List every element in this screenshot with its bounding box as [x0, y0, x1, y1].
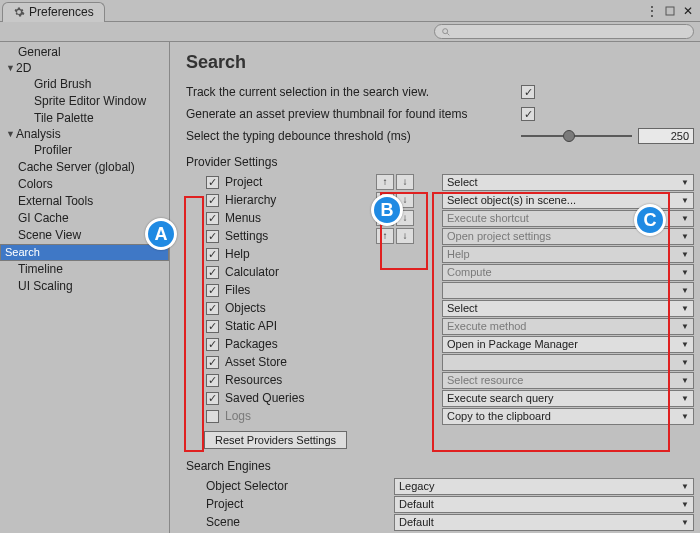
caret-down-icon: ▼: [6, 61, 14, 76]
providers-heading: Provider Settings: [186, 155, 694, 169]
search-input[interactable]: [434, 24, 694, 39]
provider-label: Hierarchy: [225, 193, 276, 207]
provider-action-dropdown[interactable]: Copy to the clipboard▼: [442, 408, 694, 425]
chevron-down-icon: ▼: [681, 500, 689, 509]
provider-checkbox[interactable]: [206, 230, 219, 243]
provider-row: Hierarchy↑↓Select object(s) in scene...▼: [186, 191, 694, 209]
provider-label: Logs: [225, 409, 251, 423]
provider-label: Settings: [225, 229, 268, 243]
chevron-down-icon: ▼: [681, 268, 689, 277]
arrow-up-icon[interactable]: ↑: [376, 228, 394, 244]
provider-row: PackagesOpen in Package Manager▼: [186, 335, 694, 353]
provider-action-dropdown[interactable]: Open project settings▼: [442, 228, 694, 245]
thumb-checkbox[interactable]: [521, 107, 535, 121]
preferences-tab[interactable]: Preferences: [2, 2, 105, 22]
sidebar-item-search[interactable]: Search: [0, 244, 169, 261]
provider-checkbox[interactable]: [206, 266, 219, 279]
arrow-up-icon[interactable]: ↑: [376, 210, 394, 226]
engine-row: SceneDefault▼: [186, 513, 694, 531]
provider-action-dropdown[interactable]: Select▼: [442, 300, 694, 317]
sidebar-item-colors[interactable]: Colors: [0, 176, 169, 193]
sidebar-item-scene-view[interactable]: Scene View: [0, 227, 169, 244]
provider-row: Static APIExecute method▼: [186, 317, 694, 335]
provider-checkbox[interactable]: [206, 176, 219, 189]
provider-action-dropdown[interactable]: Execute search query▼: [442, 390, 694, 407]
debounce-slider[interactable]: [521, 135, 632, 137]
reset-providers-button[interactable]: Reset Providers Settings: [204, 431, 347, 449]
sidebar-item-general[interactable]: General: [0, 44, 169, 61]
engine-dropdown[interactable]: Default▼: [394, 496, 694, 513]
dropdown-value: Copy to the clipboard: [447, 410, 551, 422]
provider-row: LogsCopy to the clipboard▼: [186, 407, 694, 425]
provider-label: Menus: [225, 211, 261, 225]
provider-row: Files▼: [186, 281, 694, 299]
engine-label: Project: [186, 497, 394, 511]
arrow-down-icon[interactable]: ↓: [396, 192, 414, 208]
provider-action-dropdown[interactable]: ▼: [442, 282, 694, 299]
provider-checkbox[interactable]: [206, 338, 219, 351]
provider-label: Saved Queries: [225, 391, 304, 405]
chevron-down-icon: ▼: [681, 286, 689, 295]
chevron-down-icon: ▼: [681, 196, 689, 205]
provider-row: ObjectsSelect▼: [186, 299, 694, 317]
provider-action-dropdown[interactable]: Execute shortcut▼: [442, 210, 694, 227]
debounce-slider-thumb[interactable]: [563, 130, 575, 142]
dropdown-value: Default: [399, 516, 434, 528]
provider-action-dropdown[interactable]: Open in Package Manager▼: [442, 336, 694, 353]
sidebar-item-analysis[interactable]: ▼Analysis: [0, 127, 169, 142]
track-checkbox[interactable]: [521, 85, 535, 99]
dock-icon[interactable]: [664, 5, 676, 17]
svg-line-2: [447, 33, 449, 35]
provider-action-dropdown[interactable]: Compute▼: [442, 264, 694, 281]
provider-checkbox[interactable]: [206, 392, 219, 405]
caret-down-icon: ▼: [6, 127, 14, 142]
provider-label: Packages: [225, 337, 278, 351]
provider-checkbox[interactable]: [206, 410, 219, 423]
provider-checkbox[interactable]: [206, 212, 219, 225]
provider-checkbox[interactable]: [206, 374, 219, 387]
sidebar-item-external-tools[interactable]: External Tools: [0, 193, 169, 210]
sidebar-item-label: Analysis: [16, 127, 61, 142]
provider-checkbox[interactable]: [206, 194, 219, 207]
provider-action-dropdown[interactable]: Help▼: [442, 246, 694, 263]
sidebar-item-grid-brush[interactable]: Grid Brush: [0, 76, 169, 93]
sidebar-item-gi-cache[interactable]: GI Cache: [0, 210, 169, 227]
dropdown-value: Execute shortcut: [447, 212, 529, 224]
providers-list: Project↑↓Select▼Hierarchy↑↓Select object…: [186, 173, 694, 425]
chevron-down-icon: ▼: [681, 412, 689, 421]
provider-action-dropdown[interactable]: ▼: [442, 354, 694, 371]
arrow-down-icon[interactable]: ↓: [396, 174, 414, 190]
engine-dropdown[interactable]: Legacy▼: [394, 478, 694, 495]
provider-checkbox[interactable]: [206, 320, 219, 333]
provider-label: Files: [225, 283, 250, 297]
provider-checkbox[interactable]: [206, 356, 219, 369]
provider-checkbox[interactable]: [206, 284, 219, 297]
sidebar-item-ui-scaling[interactable]: UI Scaling: [0, 278, 169, 295]
arrow-up-icon[interactable]: ↑: [376, 174, 394, 190]
engine-dropdown[interactable]: Default▼: [394, 514, 694, 531]
provider-action-dropdown[interactable]: Execute method▼: [442, 318, 694, 335]
provider-row: Project↑↓Select▼: [186, 173, 694, 191]
arrow-down-icon[interactable]: ↓: [396, 228, 414, 244]
sidebar-item-cache-server-global-[interactable]: Cache Server (global): [0, 159, 169, 176]
provider-action-dropdown[interactable]: Select resource▼: [442, 372, 694, 389]
dropdown-value: Select object(s) in scene...: [447, 194, 576, 206]
provider-action-dropdown[interactable]: Select▼: [442, 174, 694, 191]
kebab-icon[interactable]: ⋮: [646, 5, 658, 17]
arrow-up-icon[interactable]: ↑: [376, 192, 394, 208]
close-icon[interactable]: ✕: [682, 5, 694, 17]
svg-point-1: [443, 28, 448, 33]
sidebar-item-timeline[interactable]: Timeline: [0, 261, 169, 278]
titlebar: Preferences ⋮ ✕: [0, 0, 700, 22]
sidebar-item-tile-palette[interactable]: Tile Palette: [0, 110, 169, 127]
sidebar-item-profiler[interactable]: Profiler: [0, 142, 169, 159]
arrow-down-icon[interactable]: ↓: [396, 210, 414, 226]
provider-checkbox[interactable]: [206, 248, 219, 261]
provider-label: Asset Store: [225, 355, 287, 369]
sidebar-item-sprite-editor-window[interactable]: Sprite Editor Window: [0, 93, 169, 110]
debounce-value[interactable]: 250: [638, 128, 694, 144]
provider-checkbox[interactable]: [206, 302, 219, 315]
provider-action-dropdown[interactable]: Select object(s) in scene...▼: [442, 192, 694, 209]
provider-label: Static API: [225, 319, 277, 333]
sidebar-item-2d[interactable]: ▼2D: [0, 61, 169, 76]
